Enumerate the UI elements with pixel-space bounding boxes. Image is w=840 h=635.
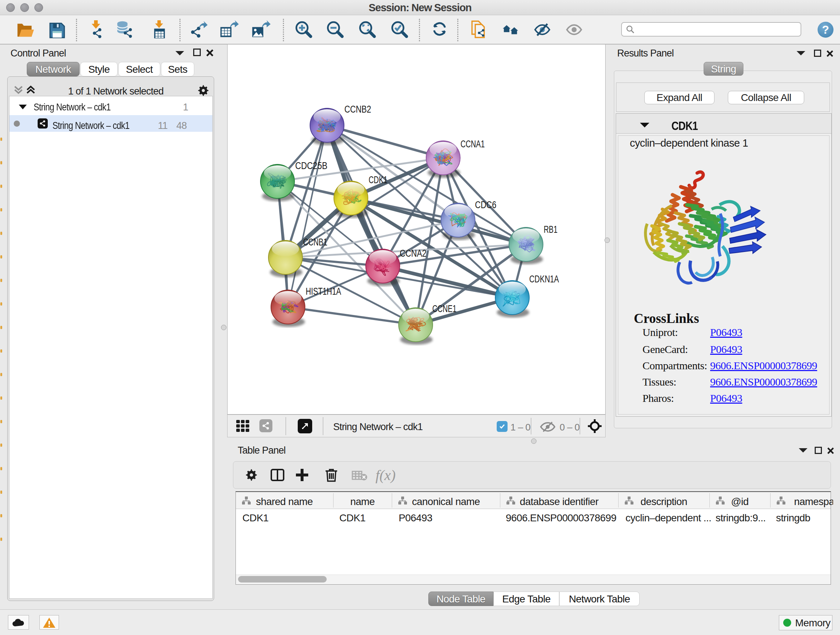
svg-text:CCNB1: CCNB1 <box>303 237 327 248</box>
svg-text:CDKN1A: CDKN1A <box>529 274 559 285</box>
svg-text:HIST1H1A: HIST1H1A <box>306 286 341 297</box>
svg-text:CDK1: CDK1 <box>369 174 387 185</box>
svg-text:CCNE1: CCNE1 <box>432 303 456 314</box>
svg-text:CDC6: CDC6 <box>475 200 496 211</box>
svg-text:CCNB2: CCNB2 <box>344 104 371 115</box>
svg-text:CDC25B: CDC25B <box>295 160 327 171</box>
svg-text:CCNA2: CCNA2 <box>400 248 426 259</box>
svg-text:RB1: RB1 <box>544 224 557 235</box>
svg-text:CCNA1: CCNA1 <box>461 139 485 149</box>
